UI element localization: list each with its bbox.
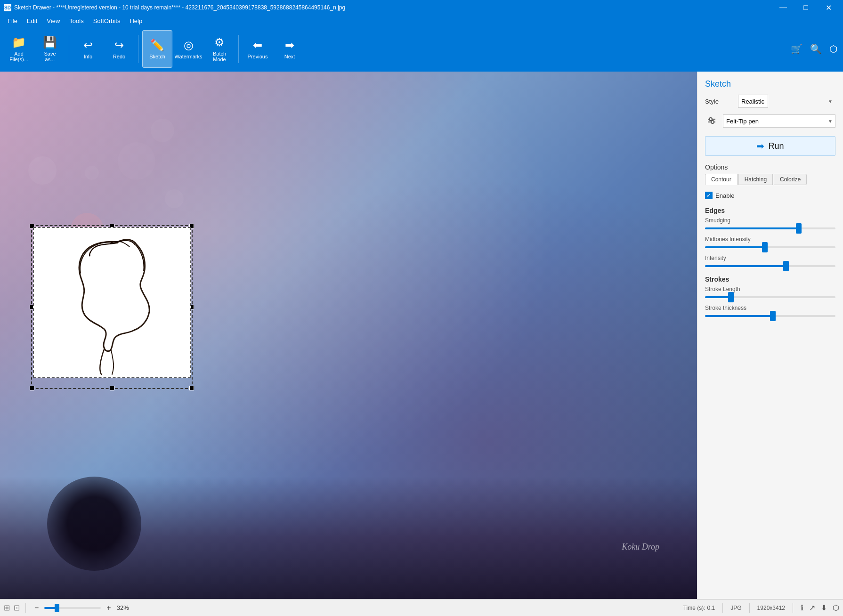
tab-hatching[interactable]: Hatching	[738, 174, 773, 185]
save-status-icon[interactable]: ⬇	[821, 603, 827, 612]
add-file-button[interactable]: 📁 Add File(s)...	[4, 30, 34, 68]
run-button[interactable]: ➡ Run	[705, 136, 835, 156]
save-as-button[interactable]: 💾 Save as...	[35, 30, 65, 68]
add-file-label: Add File(s)...	[9, 51, 28, 62]
batch-mode-button[interactable]: ⚙ Batch Mode	[204, 30, 235, 68]
watermarks-button[interactable]: ◎ Watermarks	[173, 30, 203, 68]
style-row: Style Realistic Cartoon Pencil Ink	[705, 95, 835, 108]
zoom-in-button[interactable]: +	[104, 603, 113, 613]
zoom-slider-thumb[interactable]	[55, 604, 59, 612]
svg-point-2	[709, 118, 712, 121]
info-status-icon[interactable]: ℹ	[801, 603, 803, 612]
presets-select[interactable]: Felt-Tip pen Pencil Charcoal Ballpoint p…	[723, 114, 835, 128]
watermarks-icon: ◎	[184, 39, 194, 52]
midtones-thumb[interactable]	[762, 242, 768, 252]
canvas-area[interactable]: Koku Drop	[0, 72, 697, 599]
settings-status-icon[interactable]: ⬡	[833, 603, 839, 612]
zoom-actual-icon[interactable]: ⊡	[14, 603, 20, 612]
midtones-slider[interactable]	[705, 246, 835, 248]
menu-softorbits[interactable]: SoftOrbits	[89, 16, 124, 25]
info-button[interactable]: ↩ Info	[73, 30, 103, 68]
menu-help[interactable]: Help	[126, 16, 146, 25]
next-icon: ➡	[285, 39, 294, 52]
status-sep-2	[722, 603, 723, 613]
stroke-length-label: Stroke Length	[697, 285, 843, 294]
stroke-thickness-slider-container	[697, 313, 843, 319]
maximize-button[interactable]: □	[795, 0, 817, 15]
zoom-out-button[interactable]: −	[32, 603, 41, 613]
save-as-label: Save as...	[44, 51, 56, 62]
minimize-button[interactable]: —	[772, 0, 794, 15]
menu-bar: File Edit View Tools SoftOrbits Help	[0, 15, 843, 26]
smudging-thumb[interactable]	[796, 223, 802, 234]
silhouette	[47, 477, 141, 571]
midtones-label: Midtones Intensity	[697, 235, 843, 244]
presets-icon	[705, 114, 718, 128]
batch-mode-label: Batch Mode	[213, 51, 226, 62]
redo-button[interactable]: ↪ Redo	[104, 30, 134, 68]
search-icon[interactable]: 🔍	[808, 41, 824, 57]
share-icon[interactable]: ↗	[809, 603, 815, 612]
menu-tools[interactable]: Tools	[65, 16, 87, 25]
style-select[interactable]: Realistic Cartoon Pencil Ink	[738, 95, 768, 108]
smudging-slider[interactable]	[705, 227, 835, 229]
3d-icon[interactable]: ⬡	[827, 41, 839, 57]
handle-bottom-left[interactable]	[30, 386, 34, 390]
toolbar-group-main: ✏️ Sketch ◎ Watermarks ⚙ Batch Mode	[142, 30, 235, 68]
watermarks-label: Watermarks	[175, 54, 203, 59]
watermark-text: Koku Drop	[622, 542, 659, 552]
menu-file[interactable]: File	[4, 16, 21, 25]
tab-colorize[interactable]: Colorize	[774, 174, 807, 185]
close-button[interactable]: ✕	[818, 0, 839, 15]
time-item: Time (s): 0.1	[683, 605, 715, 611]
sliders-icon	[706, 115, 717, 127]
stroke-thickness-thumb[interactable]	[770, 311, 776, 321]
neck-line-1	[100, 348, 105, 374]
next-button[interactable]: ➡ Next	[275, 30, 305, 68]
next-label: Next	[284, 54, 295, 59]
main-content: Koku Drop	[0, 72, 843, 599]
status-sep-4	[793, 603, 793, 613]
stroke-thickness-fill	[705, 315, 773, 317]
run-arrow-icon: ➡	[756, 140, 764, 152]
zoom-slider[interactable]	[44, 607, 101, 609]
info-icon: ↩	[83, 39, 93, 52]
cart-icon[interactable]: 🛒	[789, 41, 804, 57]
redo-icon: ↪	[114, 39, 124, 52]
sketch-button[interactable]: ✏️ Sketch	[142, 30, 172, 68]
neck-line-2	[111, 350, 113, 374]
tab-contour[interactable]: Contour	[705, 174, 738, 185]
info-label: Info	[84, 54, 92, 59]
zoom-value: 32%	[117, 604, 134, 611]
menu-edit[interactable]: Edit	[23, 16, 41, 25]
toolbar-sep-2	[138, 35, 138, 63]
stroke-length-slider[interactable]	[705, 296, 835, 298]
midtones-fill	[705, 246, 765, 248]
zoom-fit-icon[interactable]: ⊞	[4, 603, 10, 612]
toolbar-group-edit: ↩ Info ↪ Redo	[73, 30, 134, 68]
bokeh-5	[151, 119, 174, 142]
handle-bottom-center[interactable]	[110, 386, 114, 390]
save-icon: 💾	[43, 36, 57, 49]
run-label: Run	[768, 141, 784, 151]
intensity-slider[interactable]	[705, 265, 835, 267]
strokes-header: Strokes	[697, 273, 843, 285]
panel-title: Sketch	[697, 72, 843, 93]
right-panel: Sketch Style Realistic Cartoon Pencil In…	[697, 72, 843, 599]
hair-line-2	[111, 242, 130, 247]
bokeh-1	[28, 156, 57, 185]
window-title: Sketch Drawer - ****Unregistered version…	[14, 4, 345, 11]
previous-icon: ⬅	[253, 39, 262, 52]
intensity-thumb[interactable]	[783, 261, 789, 271]
previous-button[interactable]: ⬅ Previous	[243, 30, 273, 68]
add-file-icon: 📁	[12, 36, 26, 49]
style-section: Style Realistic Cartoon Pencil Ink	[697, 93, 843, 114]
stroke-thickness-slider[interactable]	[705, 315, 835, 317]
menu-view[interactable]: View	[43, 16, 64, 25]
handle-bottom-right[interactable]	[189, 386, 194, 390]
sketch-result	[33, 227, 191, 378]
previous-label: Previous	[248, 54, 268, 59]
stroke-length-thumb[interactable]	[728, 292, 734, 302]
style-label: Style	[705, 98, 733, 105]
enable-checkbox[interactable]: ✓	[705, 192, 713, 199]
